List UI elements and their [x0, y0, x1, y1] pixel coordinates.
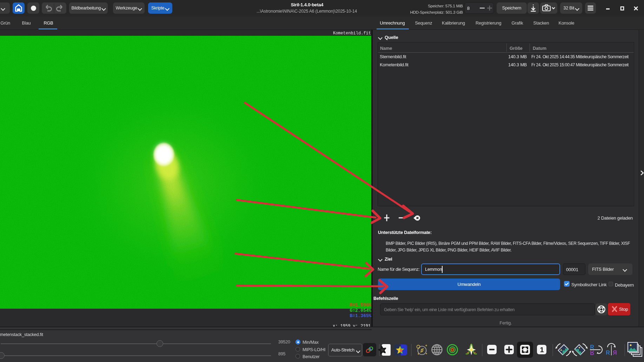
svg-text:R: R: [606, 350, 610, 356]
svg-text:R: R: [590, 344, 594, 350]
svg-text:8: 8: [467, 6, 470, 11]
svg-text:R: R: [613, 350, 617, 356]
svg-text:R: R: [590, 350, 594, 356]
svg-text:1: 1: [540, 346, 544, 354]
